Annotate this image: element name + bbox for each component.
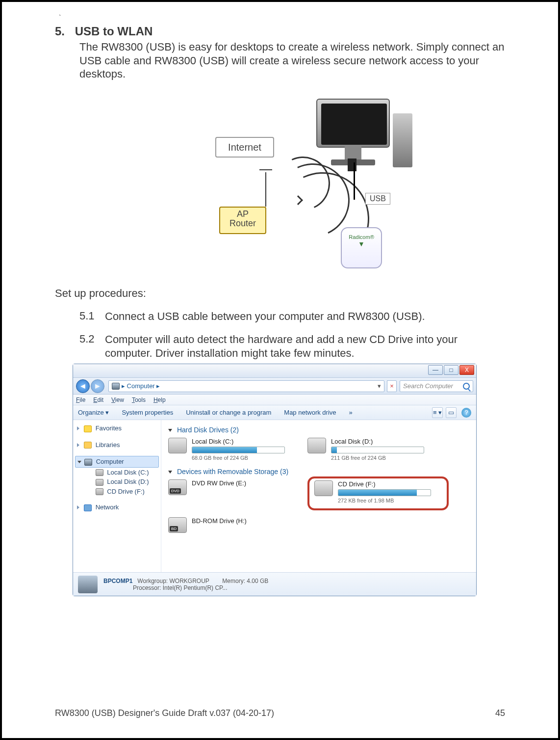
drive-e[interactable]: DVD RW Drive (E:) <box>168 479 296 510</box>
back-button[interactable]: ◄ <box>76 379 90 393</box>
drive-icon <box>96 469 103 476</box>
step-5-1: 5.1 Connect a USB cable between your com… <box>79 310 505 323</box>
window-titlebar[interactable]: — □ X <box>73 364 476 378</box>
section-number: 5. <box>55 25 72 38</box>
computer-name: BPCOMP1 <box>103 578 132 584</box>
sidebar-item-drive-d[interactable]: Local Disk (D:) <box>75 477 159 487</box>
menu-edit[interactable]: Edit <box>93 396 103 403</box>
section-intro: The RW8300 (USB) is easy for desktops to… <box>79 40 505 81</box>
close-button[interactable]: X <box>459 365 474 375</box>
step-text: Connect a USB cable between your compute… <box>105 310 505 323</box>
usb-cable-icon <box>354 162 366 200</box>
breadcrumb: ▸ Computer ▸ <box>122 382 160 390</box>
device-box: Radicom® ▼ <box>341 227 382 268</box>
section-heading: 5. USB to WLAN <box>55 25 505 38</box>
star-icon <box>84 425 92 432</box>
forward-button[interactable]: ► <box>91 379 104 393</box>
organize-button[interactable]: Organize ▾ <box>78 409 109 416</box>
computer-icon <box>84 459 92 466</box>
antenna-icon <box>265 172 266 207</box>
network-diagram: Internet AP Router USB Radicom® ▼ <box>143 90 417 276</box>
group-removable[interactable]: Devices with Removable Storage (3) <box>168 468 469 476</box>
page-footer: RW8300 (USB) Designer's Guide Draft v.03… <box>55 708 505 718</box>
step-5-2: 5.2 Computer will auto detect the hardwa… <box>79 333 505 360</box>
map-network-drive-button[interactable]: Map network drive <box>284 409 336 416</box>
cd-drive-icon <box>314 480 333 496</box>
group-hdd[interactable]: Hard Disk Drives (2) <box>168 426 469 434</box>
footer-left: RW8300 (USB) Designer's Guide Draft v.03… <box>55 708 274 718</box>
navigation-pane: Favorites Libraries Computer Local Disk … <box>73 420 161 572</box>
menu-tools[interactable]: Tools <box>132 396 146 403</box>
stray-tick: ` <box>59 14 505 22</box>
page-number: 45 <box>495 708 505 718</box>
step-number: 5.2 <box>79 333 105 360</box>
sidebar-item-drive-f[interactable]: CD Drive (F:) <box>75 487 159 497</box>
search-icon <box>463 383 470 390</box>
menu-bar: File Edit View Tools Help <box>73 395 476 405</box>
setup-procedures-label: Set up procedures: <box>55 287 505 300</box>
view-options-button[interactable]: ≡ ▾ <box>432 407 443 418</box>
network-icon <box>84 504 92 511</box>
clear-address-button[interactable]: × <box>387 380 397 392</box>
search-input[interactable]: Search Computer <box>400 380 473 392</box>
preview-pane-button[interactable]: ▭ <box>446 407 457 418</box>
system-properties-button[interactable]: System properties <box>122 409 173 416</box>
sidebar-item-drive-c[interactable]: Local Disk (C:) <box>75 468 159 477</box>
address-bar-row: ◄ ► ▸ Computer ▸ ▾ × Search Computer <box>73 378 476 395</box>
computer-large-icon <box>78 576 98 593</box>
folder-icon <box>84 442 92 449</box>
usage-bar-f <box>338 490 417 496</box>
menu-file[interactable]: File <box>76 396 85 403</box>
drive-h[interactable]: BD-ROM Drive (H:) <box>168 517 296 533</box>
menu-help[interactable]: Help <box>153 396 166 403</box>
sidebar-item-computer[interactable]: Computer <box>75 456 159 468</box>
usage-bar-c <box>192 447 257 453</box>
content-pane: Hard Disk Drives (2) Local Disk (C:) 68.… <box>161 420 476 572</box>
drive-c[interactable]: Local Disk (C:) 68.0 GB free of 224 GB <box>168 438 296 461</box>
drive-d[interactable]: Local Disk (D:) 211 GB free of 224 GB <box>307 438 435 461</box>
maximize-button[interactable]: □ <box>444 365 458 375</box>
sidebar-item-favorites[interactable]: Favorites <box>75 423 159 434</box>
caret-down-icon <box>168 429 172 432</box>
caret-down-icon <box>168 471 172 474</box>
hdd-icon <box>168 438 187 453</box>
ap-router-label: AP Router <box>219 207 266 234</box>
section-title: USB to WLAN <box>75 25 153 38</box>
cd-drive-icon <box>96 488 103 495</box>
highlighted-drive: CD Drive (F:) 272 KB free of 1.98 MB <box>307 476 449 510</box>
menu-view[interactable]: View <box>111 396 124 403</box>
step-text: Computer will auto detect the hardware a… <box>105 333 505 360</box>
hdd-icon <box>307 438 326 453</box>
minimize-button[interactable]: — <box>428 365 443 375</box>
explorer-window: — □ X ◄ ► ▸ Computer ▸ ▾ × Search Comput… <box>73 364 477 596</box>
drive-f[interactable]: CD Drive (F:) 272 KB free of 1.98 MB <box>314 480 442 503</box>
uninstall-button[interactable]: Uninstall or change a program <box>186 409 271 416</box>
toolbar-overflow[interactable]: » <box>349 409 353 416</box>
sidebar-item-libraries[interactable]: Libraries <box>75 440 159 450</box>
drive-icon <box>96 479 103 486</box>
bd-drive-icon <box>168 517 187 533</box>
help-button[interactable]: ? <box>461 408 471 418</box>
desktop-illustration <box>316 99 405 172</box>
sidebar-item-network[interactable]: Network <box>75 502 159 513</box>
dvd-drive-icon <box>168 479 187 495</box>
step-number: 5.1 <box>79 310 105 323</box>
address-bar[interactable]: ▸ Computer ▸ ▾ <box>108 380 384 392</box>
computer-icon <box>112 383 120 390</box>
internet-label: Internet <box>215 137 274 158</box>
toolbar: Organize ▾ System properties Uninstall o… <box>73 405 476 420</box>
usb-label: USB <box>365 193 390 205</box>
usage-bar-d <box>331 447 337 453</box>
search-placeholder: Search Computer <box>403 382 453 390</box>
status-bar: BPCOMP1 Workgroup: WORKGROUP Memory: 4.0… <box>73 572 476 596</box>
